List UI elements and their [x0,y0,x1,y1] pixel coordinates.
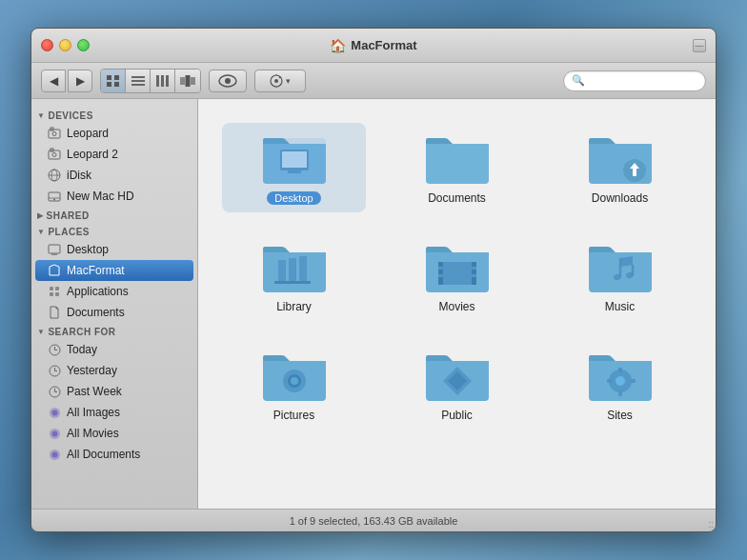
file-item-pictures[interactable]: Pictures [222,340,366,430]
sidebar-item-alldocuments[interactable]: All Documents [31,444,197,465]
svg-rect-80 [618,368,622,372]
search-for-label: SEARCH FOR [48,327,115,337]
sidebar-item-leopard2[interactable]: Leopard 2 [31,144,197,165]
svg-point-47 [51,410,57,415]
svg-rect-6 [131,84,145,86]
sidebar-item-allmovies[interactable]: All Movies [31,423,197,444]
allmovies-label: All Movies [67,427,119,440]
svg-rect-32 [51,253,57,255]
svg-rect-36 [55,292,59,296]
movies-label: Movies [438,300,474,313]
maximize-button[interactable] [77,39,90,51]
devices-section-toggle[interactable]: ▼ DEVICES [31,107,197,123]
window-resize-button[interactable]: — [693,39,706,52]
sidebar-item-pastweek[interactable]: Past Week [31,381,197,402]
close-button[interactable] [41,39,53,51]
coverflow-view-button[interactable] [175,70,200,92]
sidebar-item-documents[interactable]: Documents [31,302,197,323]
file-item-music[interactable]: Music [548,231,692,321]
desktop-sidebar-label: Desktop [67,243,109,256]
alldocuments-label: All Documents [67,448,140,461]
sidebar: ▼ DEVICES Leopard Leopard 2 iDisk [31,99,198,509]
search-section-toggle[interactable]: ▼ SEARCH FOR [31,323,197,339]
allimages-label: All Images [67,406,120,419]
svg-rect-35 [50,292,53,296]
devices-label: DEVICES [48,110,92,121]
leopard-label: Leopard [67,127,109,140]
file-grid: Desktop Documents [212,113,701,439]
shared-section-toggle[interactable]: ▶ SHARED [31,207,197,223]
sidebar-item-newmachd[interactable]: New Mac HD [31,186,197,207]
sidebar-item-applications[interactable]: Applications [31,281,197,302]
toolbar: ◀ ▶ ▾ 🔍 [31,63,716,99]
file-item-sites[interactable]: Sites [548,340,692,430]
places-label: PLACES [48,227,90,237]
search-box[interactable]: 🔍 [563,70,706,91]
idisk-icon [47,168,62,183]
macformat-sidebar-label: MacFormat [67,264,125,277]
forward-button[interactable]: ▶ [68,70,92,92]
yesterday-icon [47,363,62,378]
minimize-button[interactable] [59,39,71,51]
sidebar-item-desktop[interactable]: Desktop [31,239,197,260]
svg-rect-83 [631,379,636,383]
sidebar-item-allimages[interactable]: All Images [31,402,197,423]
sidebar-item-leopard[interactable]: Leopard [31,123,197,144]
library-label: Library [276,300,312,313]
action-button[interactable]: ▾ [254,70,306,92]
shared-arrow: ▶ [37,211,44,220]
music-label: Music [605,300,635,313]
svg-rect-67 [472,270,476,274]
documents-sidebar-icon [47,305,62,320]
svg-rect-61 [274,281,311,284]
applications-sidebar-label: Applications [67,285,129,298]
resize-grip[interactable]: :: [708,519,714,530]
svg-rect-2 [107,82,111,87]
sidebar-item-today[interactable]: Today [31,339,197,360]
list-view-button[interactable] [126,70,151,92]
title-bar: 🏠 MacFormat — [31,29,716,63]
svg-rect-65 [438,277,443,285]
svg-point-49 [51,430,57,436]
column-view-button[interactable] [151,70,175,92]
file-item-library[interactable]: Library [222,231,366,321]
pictures-label: Pictures [273,409,314,422]
quick-look-button[interactable] [209,70,247,92]
nav-buttons: ◀ ▶ [41,70,92,92]
svg-rect-59 [289,258,296,281]
svg-point-21 [52,132,56,136]
file-item-desktop[interactable]: Desktop [222,123,366,212]
search-arrow: ▼ [37,328,45,336]
svg-rect-0 [107,75,111,80]
file-item-downloads[interactable]: Downloads [548,123,692,212]
file-item-public[interactable]: Public [385,340,529,430]
svg-point-79 [616,376,625,386]
icon-view-button[interactable] [101,70,126,92]
view-buttons [100,69,201,93]
svg-rect-11 [186,75,191,87]
sidebar-item-macformat[interactable]: MacFormat [35,260,193,281]
svg-rect-5 [131,80,145,82]
public-label: Public [441,409,473,422]
svg-rect-82 [607,379,612,383]
file-browser: Desktop Documents [198,99,716,509]
pastweek-icon [47,384,62,399]
status-text: 1 of 9 selected, 163.43 GB available [290,515,458,527]
allmovies-icon [47,426,62,441]
title-home-icon: 🏠 [330,38,346,53]
search-input[interactable] [589,75,694,87]
file-item-documents[interactable]: Documents [385,123,529,212]
back-button[interactable]: ◀ [41,70,66,92]
places-arrow: ▼ [37,228,45,236]
pictures-folder-icon [261,348,328,403]
places-section-toggle[interactable]: ▼ PLACES [31,223,197,239]
pastweek-label: Past Week [67,385,122,398]
alldocuments-icon [47,447,62,462]
file-item-movies[interactable]: Movies [385,231,529,321]
desktop-folder-icon [261,130,328,186]
devices-arrow: ▼ [37,111,45,120]
svg-rect-64 [438,270,443,274]
sidebar-item-idisk[interactable]: iDisk [31,165,197,186]
svg-rect-10 [180,77,185,85]
sidebar-item-yesterday[interactable]: Yesterday [31,360,197,381]
